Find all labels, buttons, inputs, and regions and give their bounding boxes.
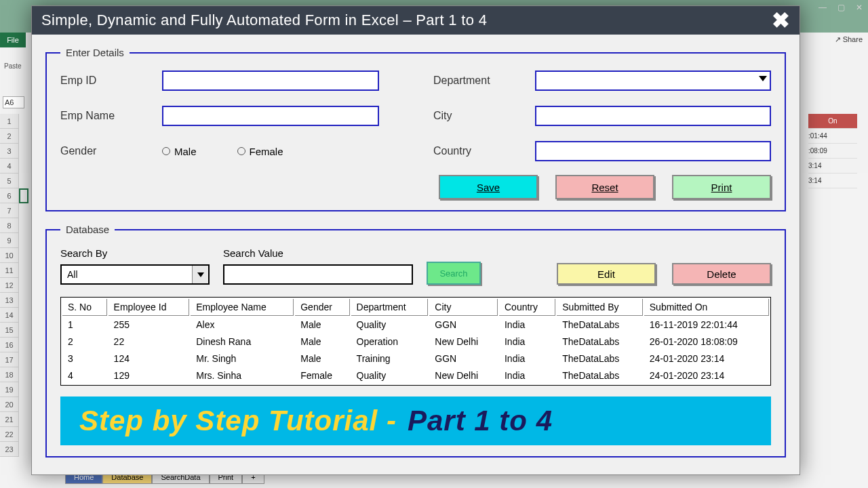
emp-name-input[interactable] xyxy=(162,106,379,126)
enter-details-legend: Enter Details xyxy=(60,47,130,58)
background-column: On:01:44:08:093:143:14 xyxy=(808,114,857,188)
file-tab: File xyxy=(0,33,26,47)
table-row[interactable]: 1255AlexMaleQualityGGNIndiaTheDataLabs16… xyxy=(62,317,769,333)
table-header[interactable]: Country xyxy=(499,299,555,316)
database-legend: Database xyxy=(60,224,115,235)
titlebar: Simple, Dynamic and Fully Automated Form… xyxy=(32,6,800,35)
close-icon[interactable]: ✖ xyxy=(772,9,790,31)
form-dialog: Simple, Dynamic and Fully Automated Form… xyxy=(31,5,800,475)
row-headers: 1234567891011121314151617181920212223 xyxy=(0,114,19,468)
department-label: Department xyxy=(433,75,535,87)
banner-text-2: Part 1 to 4 xyxy=(408,405,553,437)
enter-details-group: Enter Details Emp ID Department Emp Name… xyxy=(45,47,786,211)
table-header[interactable]: Submitted On xyxy=(644,299,769,316)
city-input[interactable] xyxy=(535,106,771,126)
search-by-label: Search By xyxy=(60,247,210,259)
department-select[interactable] xyxy=(535,70,771,91)
tutorial-banner: Step by Step Tutorial - Part 1 to 4 xyxy=(60,396,771,445)
database-group: Database Search By All Search Value Sear… xyxy=(45,224,786,458)
banner-text-1: Step by Step Tutorial - xyxy=(79,405,397,437)
radio-icon xyxy=(162,147,170,155)
city-label: City xyxy=(433,110,535,122)
name-box: A6 xyxy=(3,96,24,108)
table-header[interactable]: Gender xyxy=(295,299,349,316)
search-value-input[interactable] xyxy=(223,264,413,285)
gender-label: Gender xyxy=(60,145,162,157)
country-input[interactable] xyxy=(535,141,771,161)
emp-name-label: Emp Name xyxy=(60,110,162,122)
paste-label: Paste xyxy=(4,62,22,70)
data-table[interactable]: S. NoEmployee IdEmployee NameGenderDepar… xyxy=(60,297,771,386)
gender-female-radio[interactable]: Female xyxy=(237,146,283,157)
reset-button[interactable]: Reset xyxy=(555,175,654,199)
radio-icon xyxy=(237,147,245,155)
gender-male-radio[interactable]: Male xyxy=(162,146,197,157)
table-header[interactable]: Employee Name xyxy=(191,299,294,316)
search-by-select[interactable]: All xyxy=(60,264,210,285)
delete-button[interactable]: Delete xyxy=(672,263,771,285)
window-controls: —▢✕ xyxy=(818,3,863,12)
table-header[interactable]: Submitted By xyxy=(557,299,642,316)
save-button[interactable]: Save xyxy=(439,175,538,199)
table-header[interactable]: City xyxy=(429,299,498,316)
search-by-value: All xyxy=(67,269,78,280)
cell-selection xyxy=(19,188,28,203)
emp-id-label: Emp ID xyxy=(60,75,162,87)
print-button[interactable]: Print xyxy=(672,175,771,199)
share-button: ↗ Share xyxy=(835,35,863,44)
chevron-down-icon xyxy=(759,76,767,81)
table-row[interactable]: 222Dinesh RanaMaleOperationNew DelhiIndi… xyxy=(62,334,769,350)
search-button[interactable]: Search xyxy=(427,262,481,285)
table-row[interactable]: 3124Mr. SinghMaleTrainingGGNIndiaTheData… xyxy=(62,351,769,367)
edit-button[interactable]: Edit xyxy=(557,263,656,285)
chevron-down-icon xyxy=(192,266,208,283)
emp-id-input[interactable] xyxy=(162,70,379,91)
country-label: Country xyxy=(433,145,535,157)
table-header[interactable]: S. No xyxy=(62,299,107,316)
table-header[interactable]: Department xyxy=(351,299,429,316)
table-header[interactable]: Employee Id xyxy=(108,299,190,316)
dialog-title: Simple, Dynamic and Fully Automated Form… xyxy=(41,12,487,29)
table-row[interactable]: 4129Mrs. SinhaFemaleQualityNew DelhiIndi… xyxy=(62,368,769,384)
search-value-label: Search Value xyxy=(223,247,413,259)
